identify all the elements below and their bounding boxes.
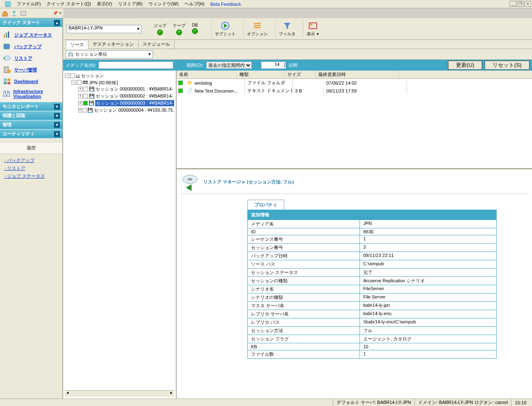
tree-session-1[interactable]: + 💾 セッション 0000000001 : ¥¥BABR14-: [78, 86, 174, 93]
checkbox[interactable]: [178, 88, 183, 93]
expand-icon[interactable]: −: [65, 73, 69, 78]
history-header: 履歴: [0, 142, 62, 154]
filter-button[interactable]: フィルタ: [275, 20, 299, 38]
close-button[interactable]: ×: [525, 1, 531, 7]
show-icon: [308, 21, 318, 30]
sidebar-item-backup[interactable]: バックアップ: [1, 41, 62, 52]
sessions-icon: 🗂: [76, 73, 80, 78]
tree-root[interactable]: − 🗂 セッション: [65, 72, 174, 79]
history-links: バックアップ リストア ジョブ ステータス: [0, 154, 62, 183]
svg-rect-20: [254, 23, 261, 24]
property-row: シーケンス番号1: [248, 235, 496, 243]
checkbox[interactable]: [178, 81, 183, 85]
checkbox[interactable]: [77, 80, 81, 85]
history-link-restore[interactable]: リストア: [4, 164, 58, 172]
menu-restore[interactable]: リストア(R): [116, 0, 145, 8]
col-type[interactable]: 種類: [237, 71, 285, 78]
history-link-jobstatus[interactable]: ジョブ ステータス: [4, 172, 58, 180]
property-row: シナリオ名FileServer: [248, 285, 496, 293]
expand-icon[interactable]: +: [78, 94, 83, 98]
update-button[interactable]: 更新(U): [448, 61, 483, 70]
drive-icon: 💾: [89, 100, 94, 106]
sidebar-item-serveradmin[interactable]: サーバ管理: [1, 64, 62, 76]
svg-rect-0: [5, 1, 11, 7]
file-row[interactable]: 📁wmiislog ファイル フォルダ 07/06/22 14:02: [177, 79, 532, 87]
col-date[interactable]: 最終更新日時: [316, 71, 399, 78]
sidebar-item-dashboard[interactable]: Dashboard: [1, 76, 62, 87]
properties-table: 追加情報 メディア名JPNID883Eシーケンス番号1セッション番号3バックアッ…: [247, 210, 497, 359]
col-size[interactable]: サイズ: [285, 71, 316, 78]
status-default-server: デフォルト サーバ: BABR14-LY-JPN: [333, 399, 414, 406]
file-list: 名前 種類 サイズ 最終更新日時 📁wmiislog ファイル フォルダ 07/…: [177, 71, 532, 169]
session-mode-icon: 📇: [68, 51, 74, 57]
server-dropdown[interactable]: BABR14-LY-JPN: [66, 25, 141, 33]
menu-window[interactable]: ウィンドウ(W): [146, 0, 181, 8]
tree-jpn[interactable]: − 📼 JPN [ID:883E]: [71, 79, 174, 86]
expand-icon[interactable]: +: [78, 101, 82, 105]
section-monitor[interactable]: モニタとレポート▼: [0, 102, 62, 111]
sidebar-item-infraviz[interactable]: Infrastructure Visualization: [1, 87, 62, 100]
restore-button[interactable]: ❐: [517, 1, 524, 7]
expand-icon[interactable]: +: [78, 108, 82, 113]
sidebar-item-restore[interactable]: リストア: [1, 52, 62, 64]
property-row: セッション方法フル: [248, 326, 496, 335]
svg-marker-27: [186, 184, 192, 191]
tab-source[interactable]: ソース: [66, 40, 89, 49]
expand-icon[interactable]: +: [78, 87, 83, 91]
section-utility[interactable]: ユーティリティ▼: [0, 130, 62, 139]
menu-view[interactable]: 表示(V): [94, 0, 115, 8]
history-link-backup[interactable]: バックアップ: [4, 157, 58, 164]
tab-schedule[interactable]: スケジュール: [138, 39, 175, 49]
submit-button[interactable]: サブミット: [211, 20, 239, 38]
property-row: ID883E: [248, 228, 496, 235]
pin-icon[interactable]: 📌 ×: [53, 11, 62, 15]
expand-icon[interactable]: −: [71, 80, 76, 85]
svg-rect-2: [21, 11, 26, 15]
option-button[interactable]: オプション: [243, 20, 271, 38]
sidebar-item-jobstatus[interactable]: ジョブ ステータス: [1, 29, 62, 41]
restore-icon: [2, 54, 12, 62]
file-row[interactable]: 📄New Text Documen... テキスト ドキュメント 3 B 09/…: [177, 87, 532, 95]
menu-beta[interactable]: Beta Feedback: [208, 1, 244, 7]
property-row: シナリオの種類File Server: [248, 293, 496, 301]
minimize-button[interactable]: _: [510, 1, 516, 7]
home-icon[interactable]: [2, 10, 8, 17]
show-button[interactable]: 表示▾: [303, 20, 322, 38]
file-icon: 📄: [187, 88, 193, 93]
reset-button[interactable]: リセット(S): [485, 61, 530, 70]
media-input[interactable]: [99, 61, 173, 69]
menu-file[interactable]: ファイル(F): [14, 0, 43, 8]
option-icon: [253, 21, 262, 30]
tape-icon: 📼: [82, 80, 88, 85]
section-protect[interactable]: 保護と回復▼: [0, 111, 62, 120]
checkbox[interactable]: [84, 87, 88, 91]
mini-toolbar: 📌 ×: [0, 8, 63, 18]
svg-rect-11: [7, 78, 10, 81]
section-admin[interactable]: 管理▼: [0, 120, 62, 130]
svg-point-9: [7, 70, 11, 73]
book-icon[interactable]: [20, 10, 27, 17]
tree-session-2[interactable]: + 💾 セッション 0000000002 : ¥¥BABR14-: [78, 93, 174, 100]
svg-point-1: [13, 11, 15, 13]
checkbox[interactable]: [70, 73, 75, 78]
tree-session-3[interactable]: + 💾 セッション 0000000003 : ¥¥BABR14-: [78, 100, 174, 107]
tab-dest[interactable]: デスティネーション: [88, 39, 138, 49]
tree-scrollbar[interactable]: [65, 390, 174, 397]
status-time: 15:18: [511, 399, 532, 406]
tree-pane[interactable]: − 🗂 セッション − 📼 JPN [ID:883E] +: [63, 71, 177, 399]
col-name[interactable]: 名前: [177, 71, 237, 78]
session-mode-dropdown[interactable]: 📇 セッション単位: [66, 50, 153, 59]
checkbox[interactable]: [83, 101, 87, 105]
menu-quickstart[interactable]: クイック スタート(Q): [44, 0, 94, 8]
period-select[interactable]: 過去の指定期間内: [206, 61, 252, 69]
tree-session-4[interactable]: + 💾 セッション 0000000004 : ¥¥155.35.75.: [78, 107, 174, 114]
days-spinner[interactable]: 14: [261, 61, 286, 69]
checkbox[interactable]: [83, 108, 86, 113]
section-quickstart[interactable]: クイック スタート▲: [0, 18, 62, 27]
svg-rect-6: [4, 44, 10, 49]
properties-tab[interactable]: プロパティ: [247, 200, 284, 210]
property-row: メディア名JPN: [248, 220, 496, 228]
user-icon[interactable]: [11, 10, 17, 17]
menu-help[interactable]: ヘルプ(H): [182, 0, 207, 8]
checkbox[interactable]: [84, 94, 88, 98]
